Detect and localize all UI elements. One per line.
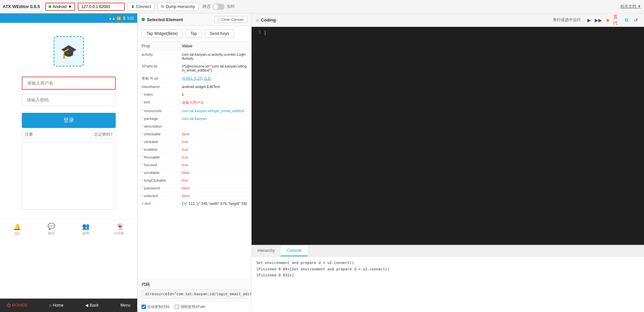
code-box[interactable]: d(resourceId="com.tal.kaoyan:id/login_em… (142, 289, 247, 299)
props-header: Prop Value (138, 42, 251, 51)
password-input[interactable] (22, 94, 116, 106)
toggle-knob (213, 4, 218, 9)
coding-header: ♫ Coding 单行或选中运行 ▶ ▶▶ ■ 重置代码 ⧉ ↺ (252, 13, 644, 27)
nav-label-qq: QQ (14, 232, 20, 235)
wifi-icon: ▲▲ (109, 16, 115, 20)
tab-console[interactable]: Console (281, 246, 308, 256)
home-button[interactable]: ⌂ Home (46, 302, 66, 309)
inspector-panel: Selected Element □ Clear Canvas Tap Widg… (138, 13, 252, 312)
action-buttons: Tap Widget(Beta) Tap Send Keys (138, 26, 251, 42)
ip-address-input[interactable] (78, 3, 125, 11)
play-icon[interactable]: ▶ (585, 16, 593, 24)
prop-row: focusedtrue (138, 161, 251, 169)
prop-value: false (182, 194, 247, 198)
prop-value: //*[@resource-id="com.tal.kaoyan:id/logi… (182, 64, 247, 72)
prop-value: 1 (182, 92, 247, 96)
power-button[interactable]: ⏻ POWER (4, 302, 30, 309)
register-link[interactable]: 注册 (22, 131, 36, 138)
app-logo: 🎓 (54, 36, 84, 66)
prop-row: clickabletrue (138, 138, 251, 146)
statusbar-icons: ▲▲ 📶 🔋 5:02 (109, 16, 134, 20)
coding-actions: 单行或选中运行 ▶ ▶▶ ■ 重置代码 ⧉ ↺ (550, 16, 640, 24)
device-selector[interactable]: Android ▼ (45, 3, 75, 11)
prop-value: android.widget.EditText (182, 85, 247, 89)
prop-key: rect (142, 202, 182, 206)
clear-canvas-button[interactable]: □ Clear Canvas (214, 16, 247, 23)
username-input[interactable] (22, 77, 116, 90)
coding-bottom: Hierarchy Console Set environment and pr… (252, 245, 644, 312)
stop-icon[interactable]: ■ (604, 16, 612, 24)
dump-hierarchy-button[interactable]: ↻ Dump Hierarchy (157, 3, 199, 11)
menu-button[interactable]: Menu (118, 302, 133, 309)
static-realtime-toggle-group: 静态 实时 (203, 4, 235, 10)
prop-row: longClickabletrue (138, 177, 251, 184)
prop-row: index1 (138, 91, 251, 98)
prop-key: longClickable (142, 178, 182, 182)
code-content[interactable] (265, 30, 644, 242)
console-line-2: [Finished 0.04s]Set environment and prep… (256, 266, 639, 273)
auto-copy-checkbox-item[interactable]: 自动复制代码 (142, 304, 169, 309)
nav-item-wechat[interactable]: 💬 微信 (34, 220, 68, 238)
tab-hierarchy[interactable]: Hierarchy (252, 246, 281, 256)
prop-key: 坐标 % px (142, 76, 182, 81)
prop-key: package (142, 117, 182, 121)
tap-button[interactable]: Tap (185, 29, 202, 38)
console-line-1: Set environment and prepare d = u2.conne… (256, 260, 639, 266)
refresh-coding-icon[interactable]: ↺ (632, 16, 640, 24)
back-button[interactable]: ◀ Back (83, 302, 101, 309)
force-xpath-checkbox-item[interactable]: 强制使用XPath (175, 304, 205, 309)
prop-value: true (182, 155, 247, 159)
prop-key: checkable (142, 132, 182, 136)
signal-icon: 📶 (117, 16, 121, 20)
battery-icon: 🔋 (122, 16, 126, 20)
prop-key: text (142, 100, 182, 104)
prop-row: classNameandroid.widget.EditText (138, 83, 251, 91)
prop-value: com.tal.kaoyan.ui.activity.ucenter.Login… (182, 52, 247, 60)
send-keys-button[interactable]: Send Keys (205, 29, 234, 38)
code-section: 代码 d(resourceId="com.tal.kaoyan:id/login… (138, 279, 251, 301)
password-field[interactable] (22, 94, 116, 106)
app-content: 🎓 登录 注册 忘记密码? (0, 23, 137, 219)
nav-item-qq[interactable]: 🔔 QQ (0, 221, 34, 238)
code-editor[interactable]: 1 (252, 27, 644, 245)
prop-row: activitycom.tal.kaoyan.ui.activity.ucent… (138, 51, 251, 62)
nav-label-wechat: 微信 (48, 231, 55, 236)
props-rows: activitycom.tal.kaoyan.ui.activity.ucent… (138, 51, 251, 208)
home-icon: ⌂ (49, 303, 51, 308)
prop-row: enabledtrue (138, 146, 251, 153)
prop-key: index (142, 92, 182, 96)
value-header: Value (182, 44, 192, 48)
code-label: 代码 (142, 282, 247, 287)
device-panel: ▲▲ 📶 🔋 5:02 🎓 登录 (0, 13, 138, 312)
prop-value[interactable]: (0.691, 0.23) 点击 (182, 76, 247, 81)
prop-row: rect{"x":112,"y":346,"width":676,"height… (138, 200, 251, 208)
logo-icon: 🎓 (60, 44, 77, 59)
device-bottombar: ⏻ POWER ⌂ Home ◀ Back Menu (0, 299, 137, 312)
nav-item-weibo[interactable]: 👥 微博 (69, 220, 103, 238)
prop-row: selectedfalse (138, 192, 251, 200)
copy-icon[interactable]: ⧉ (623, 16, 631, 24)
music-icon: ♫ (256, 17, 259, 23)
tap-widget-button[interactable]: Tap Widget(Beta) (142, 29, 183, 38)
reset-code-button[interactable]: 重置代码 (613, 16, 621, 24)
prop-value: com.tal.kaoyan (182, 117, 247, 121)
prop-key: focused (142, 163, 182, 167)
auto-copy-checkbox[interactable] (142, 305, 146, 309)
nav-label-other: 试试看... (114, 231, 126, 236)
forgot-password-link[interactable]: 忘记密码? (91, 131, 116, 138)
bottom-nav: 🔔 QQ 💬 微信 👥 微博 👻 试试看... (0, 219, 137, 239)
related-docs-link[interactable]: 相关文档 ▼ (620, 4, 641, 9)
play-all-icon[interactable]: ▶▶ (594, 16, 602, 24)
inspector-header: Selected Element □ Clear Canvas (138, 13, 251, 26)
prop-key: selected (142, 194, 182, 198)
realtime-toggle[interactable] (213, 4, 225, 10)
device-label: Android (53, 4, 66, 9)
run-line-button[interactable]: 单行或选中运行 (550, 16, 584, 24)
nav-item-other[interactable]: 👻 试试看... (103, 220, 137, 238)
prop-key: clickable (142, 140, 182, 144)
prop-row: passwordfalse (138, 184, 251, 192)
login-button[interactable]: 登录 (22, 113, 116, 128)
connect-button[interactable]: ⬇ Connect (127, 3, 155, 11)
username-field[interactable] (22, 77, 116, 90)
force-xpath-checkbox[interactable] (175, 305, 179, 309)
